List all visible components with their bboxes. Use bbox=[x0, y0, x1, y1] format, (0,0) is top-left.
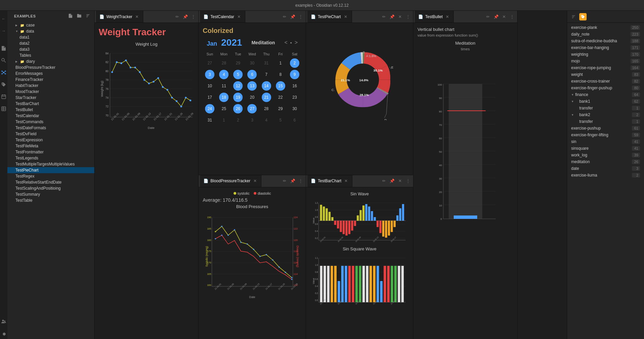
tree-item-blood[interactable]: BloodPressureTracker bbox=[7, 64, 94, 70]
cal-day-12[interactable]: 12 bbox=[233, 81, 243, 91]
tag-item-exercise-finger-lifting[interactable]: exercise-finger-lifting59 bbox=[567, 132, 644, 138]
cal-cell[interactable]: 29 bbox=[231, 57, 245, 69]
tree-item-testcal[interactable]: TestCalendar bbox=[7, 113, 94, 119]
cal-day-10[interactable]: 10 bbox=[205, 81, 214, 91]
tree-item-testpie[interactable]: TestPieChart bbox=[7, 167, 94, 173]
pane-bullet-edit[interactable]: ✏ bbox=[484, 13, 492, 20]
tree-item-testrel[interactable]: TestRelativeStartEndDate bbox=[7, 179, 94, 185]
cal-day-6[interactable]: 6 bbox=[290, 115, 299, 125]
tag-item-exercise-liuma[interactable]: exercise-liuma2 bbox=[567, 172, 644, 179]
pane-bar-pin[interactable]: 📌 bbox=[388, 177, 396, 185]
tag-item-finance[interactable]: ▼finance64 bbox=[567, 91, 644, 98]
cal-cell[interactable]: 1 bbox=[274, 57, 288, 69]
tab-bullet-close[interactable]: ✕ bbox=[445, 14, 450, 19]
tab-bp[interactable]: 📄 BloodPressureTracker ✕ bbox=[200, 175, 261, 187]
pane-more-btn[interactable]: ⋮ bbox=[190, 13, 197, 20]
pane-pie-close-btn[interactable]: ✕ bbox=[396, 13, 404, 20]
tree-item-star[interactable]: StarTracker bbox=[7, 95, 94, 101]
cal-day-7[interactable]: 7 bbox=[262, 70, 271, 79]
cal-cell[interactable]: 30 bbox=[288, 103, 302, 114]
cal-day-28[interactable]: 28 bbox=[219, 58, 229, 68]
pane-bar-close-btn[interactable]: ✕ bbox=[396, 177, 404, 185]
cal-day-29[interactable]: 29 bbox=[233, 58, 243, 68]
tab-weight-close[interactable]: ✕ bbox=[134, 14, 140, 19]
tab-calendar[interactable]: 📄 TestCalendar ✕ bbox=[200, 11, 245, 23]
tab-bar-close[interactable]: ✕ bbox=[343, 178, 349, 184]
pane-bullet-close-btn[interactable]: ✕ bbox=[500, 13, 508, 20]
cal-day-28[interactable]: 28 bbox=[262, 104, 271, 113]
cal-day-22[interactable]: 22 bbox=[276, 93, 285, 102]
tag-item-weight[interactable]: weight83 bbox=[567, 71, 644, 78]
cal-cell[interactable]: 27 bbox=[245, 103, 259, 114]
cal-day-1[interactable]: 1 bbox=[276, 58, 285, 68]
cal-cell[interactable]: 28 bbox=[259, 103, 274, 114]
cal-day-3[interactable]: 3 bbox=[247, 115, 257, 125]
cal-cell[interactable]: 26 bbox=[231, 103, 245, 114]
cal-day-19[interactable]: 19 bbox=[233, 93, 243, 102]
cal-cell[interactable]: 6 bbox=[245, 69, 259, 80]
cal-day-3[interactable]: 3 bbox=[205, 70, 214, 79]
cal-cell[interactable]: 2 bbox=[288, 57, 302, 69]
cal-day-14[interactable]: 14 bbox=[262, 81, 271, 91]
tag-item-meditation[interactable]: meditation26 bbox=[567, 158, 644, 165]
cal-cell[interactable]: 21 bbox=[259, 92, 274, 103]
cal-cell[interactable]: 6 bbox=[288, 114, 302, 126]
tag-item-bank1[interactable]: ▼bank162 bbox=[567, 98, 644, 105]
pane-edit-btn[interactable]: ✏ bbox=[174, 13, 181, 20]
cal-cell[interactable]: 9 bbox=[288, 69, 302, 80]
tree-item-case[interactable]: ▶ 📁 case bbox=[7, 22, 94, 28]
tag-item-bank2[interactable]: ▼bank22 bbox=[567, 111, 644, 118]
cal-day-26[interactable]: 26 bbox=[233, 104, 243, 113]
cal-cell[interactable]: 8 bbox=[274, 69, 288, 80]
cal-day-24[interactable]: 24 bbox=[205, 104, 214, 113]
cal-day-27[interactable]: 27 bbox=[205, 58, 214, 68]
cal-day-9[interactable]: 9 bbox=[290, 70, 299, 79]
tree-item-mood[interactable]: MoodTracker bbox=[7, 89, 94, 95]
tree-item-testbullet[interactable]: TestBullet bbox=[7, 107, 94, 113]
cal-cell[interactable]: 7 bbox=[259, 69, 274, 80]
cal-day-27[interactable]: 27 bbox=[247, 104, 257, 113]
cal-day-30[interactable]: 30 bbox=[290, 104, 299, 113]
cal-day-15[interactable]: 15 bbox=[276, 81, 285, 91]
tab-cal-close[interactable]: ✕ bbox=[236, 14, 242, 19]
cal-cell[interactable]: 13 bbox=[245, 80, 259, 92]
tree-item-testfile[interactable]: TestFileMeta bbox=[7, 143, 94, 149]
pane-bar-more[interactable]: ⋮ bbox=[404, 177, 412, 185]
cal-next-btn[interactable]: > bbox=[295, 40, 298, 46]
cal-cell[interactable]: 11 bbox=[217, 80, 231, 92]
cal-cell[interactable]: 20 bbox=[245, 92, 259, 103]
tree-item-testregex[interactable]: TestRegex bbox=[7, 173, 94, 179]
tree-item-testexp[interactable]: TestExpression bbox=[7, 137, 94, 143]
cal-day-18[interactable]: 18 bbox=[219, 93, 229, 102]
cal-cell[interactable]: 14 bbox=[259, 80, 274, 92]
pane-bar-edit[interactable]: ✏ bbox=[380, 177, 388, 185]
tree-item-testsum[interactable]: TestSummary bbox=[7, 191, 94, 197]
pane-bp-more[interactable]: ⋮ bbox=[297, 177, 304, 185]
cal-day-25[interactable]: 25 bbox=[219, 104, 229, 113]
cal-cell[interactable]: 17 bbox=[203, 92, 217, 103]
tree-item-testmulti[interactable]: TestMultipleTargesMultipleValues bbox=[7, 161, 94, 167]
cal-cell[interactable]: 10 bbox=[203, 80, 217, 92]
tree-item-error[interactable]: ErrorMessages bbox=[7, 70, 94, 77]
cal-day-6[interactable]: 6 bbox=[247, 70, 257, 79]
tree-item-testdv[interactable]: TestDvField bbox=[7, 131, 94, 137]
pane-cal-edit[interactable]: ✏ bbox=[281, 13, 288, 20]
tree-item-testleg[interactable]: TestLegends bbox=[7, 155, 94, 161]
cal-cell[interactable]: 18 bbox=[217, 92, 231, 103]
tag-item-date[interactable]: date3 bbox=[567, 165, 644, 172]
cal-cell[interactable]: 31 bbox=[259, 57, 274, 69]
tree-item-data3[interactable]: data3 bbox=[7, 46, 94, 52]
cal-cell[interactable]: 15 bbox=[274, 80, 288, 92]
tag-item-transfer[interactable]: transfer1 bbox=[567, 118, 644, 125]
new-file-button[interactable] bbox=[67, 12, 74, 19]
tag-item-exercise-cross-trainer[interactable]: exercise-cross-trainer82 bbox=[567, 78, 644, 85]
cal-day-13[interactable]: 13 bbox=[247, 81, 257, 91]
pane-bp-pin[interactable]: 📌 bbox=[289, 177, 296, 185]
tab-pie[interactable]: 📄 TestPieChart ✕ bbox=[307, 11, 352, 23]
cal-cell[interactable]: 22 bbox=[274, 92, 288, 103]
tree-item-testscale[interactable]: TestScalingAndPositioing bbox=[7, 185, 94, 191]
tab-bar[interactable]: 📄 TestBarChart ✕ bbox=[307, 175, 352, 187]
pane-cal-more[interactable]: ⋮ bbox=[297, 13, 304, 20]
cal-cell[interactable]: 12 bbox=[231, 80, 245, 92]
pane-pie-edit[interactable]: ✏ bbox=[380, 13, 388, 20]
